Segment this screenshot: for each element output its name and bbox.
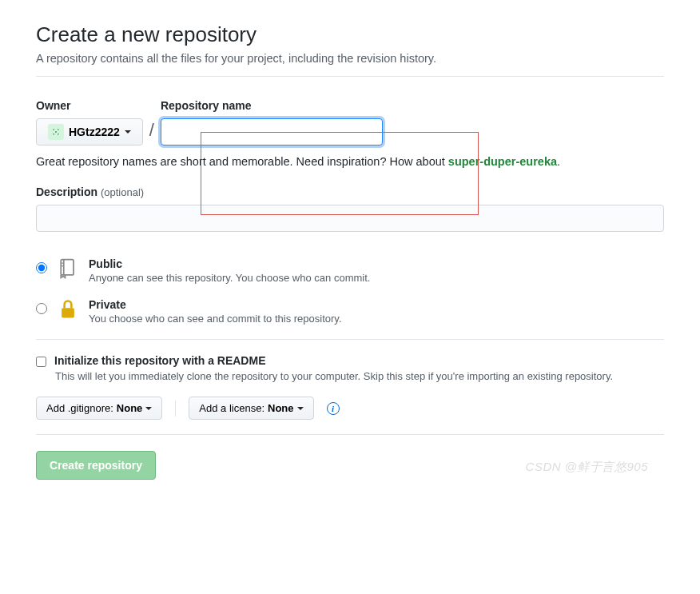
path-separator: / [149,120,154,146]
public-radio[interactable] [36,262,47,273]
divider [36,339,664,340]
private-title: Private [89,298,342,311]
chevron-down-icon [145,407,152,410]
gitignore-dropdown[interactable]: Add .gitignore: None [36,397,162,420]
name-suggestion-link[interactable]: super-duper-eureka [448,155,557,168]
page-subtitle: A repository contains all the files for … [36,52,664,65]
optional-tag: (optional) [101,186,144,198]
page-title: Create a new repository [36,22,664,47]
lock-icon [57,298,79,321]
chevron-down-icon [297,407,304,410]
public-desc: Anyone can see this repository. You choo… [89,272,370,284]
divider [36,76,664,77]
divider [36,434,664,435]
svg-point-2 [62,262,63,264]
description-input[interactable] [36,205,664,232]
watermark: CSDN @鲜于言悠905 [526,460,648,475]
private-desc: You choose who can see and commit to thi… [89,313,342,325]
public-title: Public [89,257,370,270]
private-radio[interactable] [36,303,47,314]
readme-title: Initialize this repository with a README [54,354,265,367]
owner-select-button[interactable]: HGtz2222 [36,118,143,146]
avatar [48,124,64,140]
create-repository-button[interactable]: Create repository [36,451,156,480]
chevron-down-icon [125,130,131,134]
readme-desc: This will let you immediately clone the … [55,370,664,382]
readme-checkbox[interactable] [36,357,46,367]
license-dropdown[interactable]: Add a license: None [189,397,313,420]
svg-point-3 [62,265,63,267]
repo-name-label: Repository name [161,99,383,112]
separator [175,401,176,417]
repo-name-input[interactable] [161,118,383,146]
description-label: Description (optional) [36,185,144,198]
name-hint: Great repository names are short and mem… [36,155,664,168]
owner-username: HGtz2222 [69,126,120,138]
svg-rect-0 [61,260,74,275]
owner-label: Owner [36,99,143,112]
info-icon[interactable]: i [327,402,340,415]
svg-rect-4 [62,308,74,317]
repo-public-icon [57,257,79,280]
